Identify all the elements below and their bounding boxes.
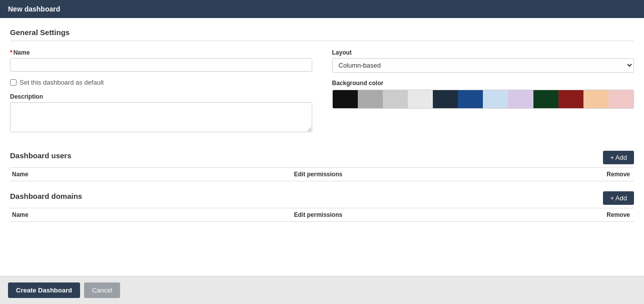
dashboard-domains-section: Dashboard domains + Add Name Edit permis… [10, 191, 634, 222]
default-checkbox-row: Set this dashboard as default [10, 79, 312, 86]
description-textarea[interactable] [10, 102, 312, 132]
settings-left-col: *Name Set this dashboard as default Desc… [10, 49, 312, 141]
name-form-group: *Name [10, 49, 312, 72]
color-swatch-4[interactable] [408, 90, 433, 108]
settings-right-col: Layout Column-based Row-based Free-form … [332, 49, 634, 141]
bg-color-label: Background color [332, 80, 634, 87]
users-col-name: Name [10, 171, 292, 178]
color-swatch-8[interactable] [508, 90, 533, 108]
users-col-remove: Remove [574, 171, 634, 178]
add-domain-button[interactable]: + Add [603, 191, 634, 205]
color-swatch-2[interactable] [358, 90, 383, 108]
modal-title: New dashboard [8, 5, 60, 13]
general-settings-divider [10, 41, 634, 41]
layout-select[interactable]: Column-based Row-based Free-form [332, 58, 634, 73]
color-swatches [332, 90, 634, 109]
general-settings-title: General Settings [10, 28, 634, 37]
domains-table-header: Name Edit permissions Remove [10, 208, 634, 222]
required-star: * [10, 49, 13, 56]
create-dashboard-button[interactable]: Create Dashboard [8, 282, 80, 298]
modal-header: New dashboard [0, 0, 644, 18]
color-swatch-6[interactable] [458, 90, 483, 108]
general-settings-section: General Settings *Name Set this dashboar… [10, 28, 634, 141]
description-form-group: Description [10, 93, 312, 134]
bg-color-form-group: Background color [332, 80, 634, 109]
domains-col-remove: Remove [574, 211, 634, 218]
color-swatch-1[interactable] [333, 90, 358, 108]
modal-footer: Create Dashboard Cancel [0, 276, 644, 304]
layout-form-group: Layout Column-based Row-based Free-form [332, 49, 634, 73]
layout-label: Layout [332, 49, 634, 56]
modal-body: General Settings *Name Set this dashboar… [0, 18, 644, 276]
users-table-header: Name Edit permissions Remove [10, 167, 634, 181]
add-user-button[interactable]: + Add [603, 151, 634, 164]
domains-col-edit: Edit permissions [292, 211, 574, 218]
domains-col-name: Name [10, 211, 292, 218]
color-swatch-3[interactable] [383, 90, 408, 108]
dashboard-domains-title: Dashboard domains [10, 192, 82, 200]
default-checkbox[interactable] [10, 79, 17, 86]
general-settings-grid: *Name Set this dashboard as default Desc… [10, 49, 634, 141]
cancel-button[interactable]: Cancel [84, 282, 120, 298]
name-label: *Name [10, 49, 312, 56]
default-checkbox-label: Set this dashboard as default [20, 79, 104, 86]
color-swatch-7[interactable] [483, 90, 508, 108]
color-swatch-12[interactable] [608, 90, 633, 108]
color-swatch-9[interactable] [533, 90, 558, 108]
name-input[interactable] [10, 58, 312, 72]
color-swatch-11[interactable] [583, 90, 608, 108]
dashboard-users-title: Dashboard users [10, 151, 72, 160]
color-swatch-10[interactable] [558, 90, 583, 108]
dashboard-users-header-row: Dashboard users + Add [10, 151, 634, 164]
users-col-edit: Edit permissions [292, 171, 574, 178]
color-swatch-5[interactable] [433, 90, 458, 108]
dashboard-users-section: Dashboard users + Add Name Edit permissi… [10, 151, 634, 181]
dashboard-domains-header-row: Dashboard domains + Add [10, 191, 634, 205]
description-label: Description [10, 93, 312, 100]
new-dashboard-modal: New dashboard General Settings *Name [0, 0, 644, 304]
